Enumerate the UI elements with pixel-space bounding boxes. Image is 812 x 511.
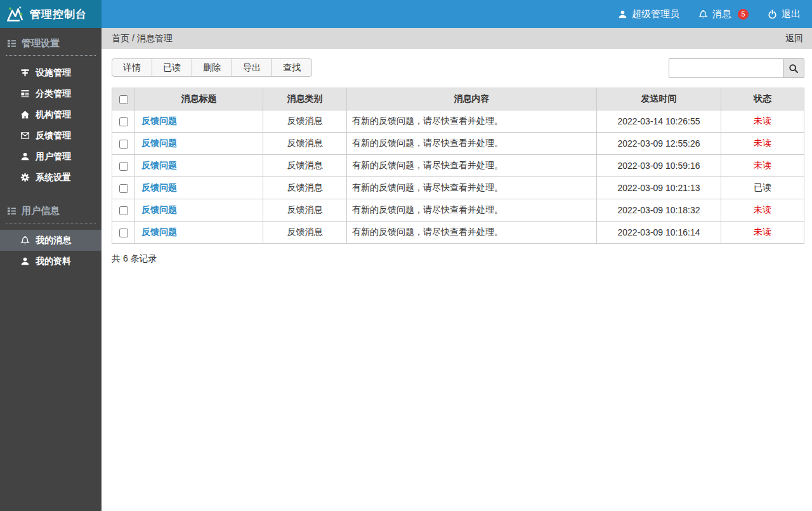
message-title-link[interactable]: 反馈问题 (141, 116, 177, 126)
row-checkbox-cell (112, 133, 135, 155)
message-title-cell: 反馈问题 (135, 199, 263, 222)
top-header: 管理控制台 超级管理员 消息 5 退出 (0, 0, 812, 28)
message-title-link[interactable]: 反馈问题 (141, 138, 177, 148)
home-icon (20, 110, 30, 119)
facility-icon (20, 68, 30, 77)
search-box (669, 58, 804, 78)
sidebar-item[interactable]: 分类管理 (0, 83, 102, 104)
current-user-button[interactable]: 超级管理员 (618, 8, 679, 20)
row-checkbox[interactable] (119, 117, 128, 126)
bell-icon (698, 10, 708, 19)
message-title-link[interactable]: 反馈问题 (141, 204, 177, 215)
search-button[interactable] (783, 58, 804, 78)
toolbar-button-group: 详情 已读 删除 导出 查找 (112, 58, 312, 77)
message-title-cell: 反馈问题 (135, 177, 263, 199)
sidebar-section-label: 用户信息 (22, 205, 60, 217)
toolbar-button[interactable]: 已读 (152, 58, 192, 77)
toolbar-button[interactable]: 详情 (112, 58, 152, 77)
column-header: 消息类别 (263, 88, 347, 110)
app-logo-icon (4, 4, 25, 25)
row-checkbox-cell (112, 110, 135, 133)
gear-icon (20, 173, 30, 182)
search-icon (789, 63, 799, 74)
column-header: 消息标题 (135, 88, 263, 110)
message-title-cell: 反馈问题 (135, 155, 263, 177)
row-checkbox[interactable] (119, 206, 128, 215)
message-category: 反馈消息 (263, 133, 347, 155)
table-row: 反馈问题 反馈消息 有新的反馈问题，请尽快查看并处理。 2022-03-09 1… (112, 177, 804, 199)
message-title-cell: 反馈问题 (135, 133, 263, 155)
row-checkbox[interactable] (119, 140, 128, 149)
message-title-link[interactable]: 反馈问题 (141, 182, 177, 192)
toolbar-button[interactable]: 查找 (272, 58, 312, 77)
toolbar: 详情 已读 删除 导出 查找 (112, 58, 804, 78)
row-checkbox[interactable] (119, 162, 128, 171)
column-header: 消息内容 (347, 88, 597, 110)
row-checkbox[interactable] (119, 184, 128, 193)
message-content: 有新的反馈问题，请尽快查看并处理。 (347, 222, 597, 244)
sidebar-item[interactable]: 反馈管理 (0, 125, 102, 146)
user-name: 超级管理员 (632, 8, 679, 20)
row-checkbox-cell (112, 199, 135, 222)
toolbar-button[interactable]: 删除 (192, 58, 232, 77)
column-header: 状态 (721, 88, 804, 110)
messages-badge: 5 (738, 9, 749, 20)
sidebar-item[interactable]: 系统设置 (0, 167, 102, 188)
messages-button[interactable]: 消息 5 (698, 8, 749, 20)
list-icon (7, 206, 16, 216)
header-right: 超级管理员 消息 5 退出 (618, 0, 812, 28)
table-row: 反馈问题 反馈消息 有新的反馈问题，请尽快查看并处理。 2022-03-09 1… (112, 222, 804, 244)
messages-table: 消息标题消息类别消息内容发送时间状态 反馈问题 反馈消息 有新的反馈问题，请尽快… (112, 88, 804, 244)
bell-icon (20, 236, 30, 245)
list-icon (7, 39, 16, 48)
logo-area[interactable]: 管理控制台 (0, 0, 102, 28)
sidebar: 管理设置 设施管理 分类管理 机构管理 反馈管理 用户管理 系统设置 用户信息 … (0, 28, 102, 511)
row-checkbox[interactable] (119, 229, 128, 237)
table-row: 反馈问题 反馈消息 有新的反馈问题，请尽快查看并处理。 2022-03-14 1… (112, 110, 804, 133)
sidebar-item[interactable]: 设施管理 (0, 62, 102, 83)
sidebar-item[interactable]: 用户管理 (0, 146, 102, 167)
category-icon (20, 89, 30, 98)
table-row: 反馈问题 反馈消息 有新的反馈问题，请尽快查看并处理。 2022-03-09 1… (112, 199, 804, 222)
message-status: 未读 (721, 110, 804, 133)
message-title-link[interactable]: 反馈问题 (141, 227, 177, 237)
user-icon (618, 10, 627, 19)
message-category: 反馈消息 (263, 155, 347, 177)
user-icon (20, 256, 30, 266)
logout-button[interactable]: 退出 (768, 8, 801, 20)
column-header: 发送时间 (597, 88, 721, 110)
sidebar-item-label: 我的消息 (36, 235, 71, 246)
message-status: 未读 (721, 133, 804, 155)
search-input[interactable] (669, 58, 783, 78)
message-status: 未读 (721, 155, 804, 177)
row-checkbox-cell (112, 155, 135, 177)
toolbar-button[interactable]: 导出 (232, 58, 272, 77)
sidebar-item-label: 反馈管理 (36, 130, 71, 142)
back-link[interactable]: 返回 (785, 33, 803, 44)
logout-label: 退出 (782, 8, 801, 20)
app-title: 管理控制台 (30, 7, 87, 22)
sidebar-item[interactable]: 我的消息 (0, 230, 102, 251)
message-status: 未读 (721, 199, 804, 222)
sidebar-item[interactable]: 我的资料 (0, 251, 102, 272)
table-row: 反馈问题 反馈消息 有新的反馈问题，请尽快查看并处理。 2022-03-09 1… (112, 155, 804, 177)
power-icon (768, 10, 777, 19)
message-time: 2022-03-14 10:26:55 (597, 110, 721, 133)
row-checkbox-cell (112, 177, 135, 199)
breadcrumb-bar: 首页 / 消息管理 返回 (102, 28, 812, 49)
sidebar-item-label: 用户管理 (36, 151, 71, 163)
content-area: 详情 已读 删除 导出 查找 消息标题消息类别消息内容发送时间状态 (102, 49, 812, 265)
table-header-row: 消息标题消息类别消息内容发送时间状态 (112, 88, 804, 110)
message-content: 有新的反馈问题，请尽快查看并处理。 (347, 133, 597, 155)
message-category: 反馈消息 (263, 110, 347, 133)
message-title-link[interactable]: 反馈问题 (141, 160, 177, 170)
select-all-checkbox[interactable] (119, 95, 128, 104)
sidebar-section: 管理设置 设施管理 分类管理 机构管理 反馈管理 用户管理 系统设置 (0, 28, 102, 196)
sidebar-section-items: 我的消息 我的资料 (0, 223, 102, 272)
table-row: 反馈问题 反馈消息 有新的反馈问题，请尽快查看并处理。 2022-03-09 1… (112, 133, 804, 155)
sidebar-item[interactable]: 机构管理 (0, 104, 102, 125)
message-time: 2022-03-09 10:21:13 (597, 177, 721, 199)
message-category: 反馈消息 (263, 222, 347, 244)
message-time: 2022-03-09 10:16:14 (597, 222, 721, 244)
main-area: 首页 / 消息管理 返回 详情 已读 删除 导出 查找 (102, 0, 812, 265)
